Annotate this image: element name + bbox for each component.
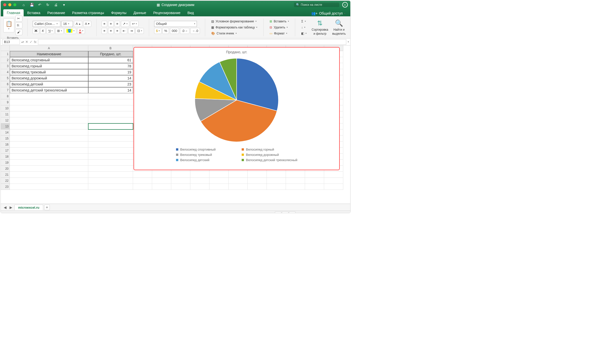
row-header[interactable]: 21 xyxy=(1,172,10,178)
select-all-corner[interactable] xyxy=(1,46,10,51)
fill-button[interactable]: ↓▾ xyxy=(300,25,308,30)
tab-review[interactable]: Рецензирование xyxy=(150,9,184,16)
cell-styles-button[interactable]: 🎨 Стили ячеек ▾ xyxy=(210,31,258,36)
number-format-combo[interactable]: Общий ▾ xyxy=(154,21,197,27)
cell[interactable] xyxy=(88,142,133,148)
font-name-combo[interactable]: Calibri (Осн… ▾ xyxy=(33,21,60,27)
cell[interactable] xyxy=(324,178,343,184)
format-as-table-button[interactable]: ▦ Форматировать как таблицу ▾ xyxy=(210,25,258,30)
row-header[interactable]: 14 xyxy=(1,129,10,135)
row-header[interactable]: 6 xyxy=(1,81,10,87)
delete-cells-button[interactable]: ⊟ Удалить ▾ xyxy=(269,25,290,30)
cell[interactable] xyxy=(88,99,133,105)
cell[interactable]: 14 xyxy=(88,87,133,93)
row-header[interactable]: 23 xyxy=(1,184,10,190)
conditional-formatting-button[interactable]: ▤ Условное форматирование ▾ xyxy=(210,19,258,24)
cell[interactable] xyxy=(286,178,305,184)
cell[interactable] xyxy=(190,178,209,184)
zoom-in-button[interactable]: + xyxy=(335,212,337,213)
decrease-decimal-button[interactable]: ←.0 xyxy=(190,28,200,34)
align-middle-button[interactable]: ≡ xyxy=(108,21,114,27)
cell[interactable]: Велосипед спортивный xyxy=(10,57,88,63)
cell[interactable] xyxy=(88,135,133,142)
align-bottom-button[interactable]: ≡ xyxy=(115,21,120,27)
name-box[interactable]: B13 xyxy=(2,39,20,44)
cell[interactable] xyxy=(10,148,88,154)
cell[interactable] xyxy=(152,172,171,178)
find-select-button[interactable]: 🔍 Найти и выделить xyxy=(332,19,346,35)
fx-icon[interactable]: fx xyxy=(34,40,36,44)
tab-formulas[interactable]: Формулы xyxy=(108,9,130,16)
cell[interactable] xyxy=(267,172,286,178)
undo-icon[interactable]: ↶ xyxy=(37,3,42,7)
expand-formula-icon[interactable]: ▾ xyxy=(348,41,349,43)
view-normal-button[interactable]: ▦ xyxy=(275,212,281,213)
cell[interactable] xyxy=(248,178,267,184)
cell[interactable] xyxy=(152,184,171,190)
row-header[interactable]: 3 xyxy=(1,63,10,69)
cell[interactable] xyxy=(88,105,133,111)
clear-button[interactable]: ◧▾ xyxy=(300,31,308,36)
cell[interactable] xyxy=(88,184,133,190)
share-button[interactable]: 👥+ Общий доступ ▾ xyxy=(309,10,348,16)
row-header[interactable]: 12 xyxy=(1,117,10,123)
cell[interactable] xyxy=(324,184,343,190)
cell[interactable] xyxy=(305,184,324,190)
cell[interactable] xyxy=(88,172,133,178)
sort-filter-button[interactable]: ⇅ Сортировка и фильтр xyxy=(312,19,328,35)
format-painter-button[interactable]: 🖌 xyxy=(15,29,22,35)
row-header[interactable]: 5 xyxy=(1,75,10,81)
cell[interactable] xyxy=(190,172,209,178)
cell[interactable] xyxy=(286,172,305,178)
cell[interactable] xyxy=(10,93,88,99)
cell[interactable] xyxy=(10,117,88,123)
orientation-button[interactable]: ↗▾ xyxy=(121,21,129,27)
cell[interactable] xyxy=(171,184,190,190)
print-icon[interactable]: 🖨 xyxy=(54,3,58,7)
cell[interactable] xyxy=(267,184,286,190)
cell[interactable] xyxy=(10,160,88,166)
cell[interactable]: 78 xyxy=(88,63,133,69)
cell[interactable] xyxy=(10,166,88,172)
row-header[interactable]: 19 xyxy=(1,160,10,166)
cell[interactable] xyxy=(10,142,88,148)
row-header[interactable]: 4 xyxy=(1,69,10,75)
cell[interactable]: 19 xyxy=(88,69,133,75)
cell[interactable] xyxy=(88,166,133,172)
insert-cells-button[interactable]: ⊞ Вставить ▾ xyxy=(269,19,290,24)
align-left-button[interactable]: ≡ xyxy=(102,28,107,34)
cell[interactable] xyxy=(190,184,209,190)
cell[interactable] xyxy=(10,184,88,190)
zoom-level[interactable]: 100 % xyxy=(339,212,348,213)
cell[interactable] xyxy=(209,172,229,178)
row-header[interactable]: 18 xyxy=(1,154,10,160)
increase-font-button[interactable]: A▴ xyxy=(74,21,82,27)
decrease-font-button[interactable]: A▾ xyxy=(83,21,92,27)
row-header[interactable]: 20 xyxy=(1,166,10,172)
cell[interactable] xyxy=(133,178,152,184)
cell[interactable] xyxy=(88,148,133,154)
cell[interactable] xyxy=(10,178,88,184)
cell[interactable] xyxy=(10,129,88,135)
cell[interactable] xyxy=(229,184,248,190)
cell[interactable] xyxy=(88,93,133,99)
cell[interactable] xyxy=(88,129,133,135)
row-header[interactable]: 1 xyxy=(1,51,10,57)
zoom-out-button[interactable]: − xyxy=(298,212,300,213)
cell[interactable] xyxy=(229,172,248,178)
cell[interactable] xyxy=(305,178,324,184)
comma-button[interactable]: 000 xyxy=(170,28,179,34)
tab-insert[interactable]: Вставка xyxy=(24,9,44,16)
paste-button[interactable]: 📋 ▾ xyxy=(3,18,14,32)
italic-button[interactable]: К xyxy=(40,28,46,34)
cell[interactable]: Велосипед детский трехколесный xyxy=(10,87,88,93)
cell[interactable] xyxy=(10,172,88,178)
cell[interactable] xyxy=(133,172,152,178)
row-header[interactable]: 11 xyxy=(1,111,10,117)
view-page-layout-button[interactable]: ▥ xyxy=(282,212,288,213)
percent-button[interactable]: % xyxy=(162,28,169,34)
cell[interactable] xyxy=(10,123,88,129)
cell[interactable]: Продано, шт. xyxy=(88,51,133,57)
row-header[interactable]: 22 xyxy=(1,178,10,184)
window-maximize-button[interactable] xyxy=(13,3,16,6)
